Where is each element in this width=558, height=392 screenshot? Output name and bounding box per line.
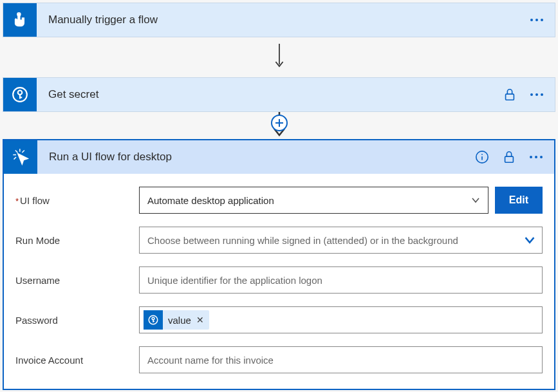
step-title: Get secret [37, 88, 501, 101]
run-mode-select[interactable]: Choose between running while signed in (… [139, 227, 543, 254]
keyvault-icon [144, 310, 163, 330]
row-invoice-account: Invoice Account Account name for this in… [15, 346, 543, 373]
svg-rect-6 [506, 94, 514, 100]
lock-icon[interactable] [501, 86, 519, 104]
step-header[interactable]: Get secret [3, 78, 555, 111]
token-label: value [168, 315, 191, 326]
label-invoice-account: Invoice Account [15, 355, 139, 366]
add-step-button[interactable] [271, 115, 288, 131]
row-password: Password valu [15, 306, 543, 333]
chevron-down-icon [471, 196, 480, 205]
label-ui-flow: *UI flow [15, 195, 139, 206]
password-token[interactable]: value ✕ [144, 310, 209, 330]
step-header[interactable]: Run a UI flow for desktop [4, 140, 554, 174]
edit-button[interactable]: Edit [495, 187, 543, 214]
step-header[interactable]: Manually trigger a flow [3, 3, 555, 37]
password-input[interactable]: value ✕ [139, 306, 543, 333]
row-username: Username Unique identifier for the appli… [15, 266, 543, 294]
info-icon[interactable] [473, 148, 491, 166]
more-menu-icon[interactable] [528, 86, 546, 104]
trigger-icon [3, 3, 37, 37]
row-run-mode: Run Mode Choose between running while si… [15, 227, 543, 254]
step-title: Manually trigger a flow [37, 14, 528, 26]
step-title: Run a UI flow for desktop [37, 151, 473, 163]
more-menu-icon[interactable] [528, 11, 546, 29]
keyvault-icon [3, 78, 37, 111]
svg-line-11 [15, 151, 17, 153]
username-input[interactable]: Unique identifier for the application lo… [139, 266, 543, 294]
svg-line-14 [14, 157, 17, 160]
label-username: Username [15, 275, 139, 286]
more-menu-icon[interactable] [527, 148, 545, 166]
label-run-mode: Run Mode [15, 235, 139, 246]
connector-1 [0, 37, 558, 77]
chevron-down-icon [524, 234, 535, 246]
token-remove-icon[interactable]: ✕ [196, 315, 204, 325]
lock-icon[interactable] [500, 148, 518, 166]
svg-point-17 [481, 154, 483, 155]
step-run-ui-flow: Run a UI flow for desktop [3, 139, 555, 390]
label-password: Password [15, 315, 139, 326]
ui-flow-select[interactable]: Automate desktop application [139, 187, 488, 214]
ui-flow-icon [4, 140, 37, 174]
step-get-secret[interactable]: Get secret [3, 77, 555, 112]
svg-point-3 [18, 91, 23, 95]
svg-point-20 [152, 317, 154, 320]
step-trigger[interactable]: Manually trigger a flow [3, 3, 555, 37]
step-body: *UI flow Automate desktop application Ed… [4, 174, 554, 389]
svg-line-12 [22, 151, 24, 153]
svg-rect-18 [505, 156, 514, 162]
connector-2 [0, 112, 558, 139]
invoice-account-input[interactable]: Account name for this invoice [139, 346, 543, 373]
row-ui-flow: *UI flow Automate desktop application Ed… [15, 187, 543, 214]
